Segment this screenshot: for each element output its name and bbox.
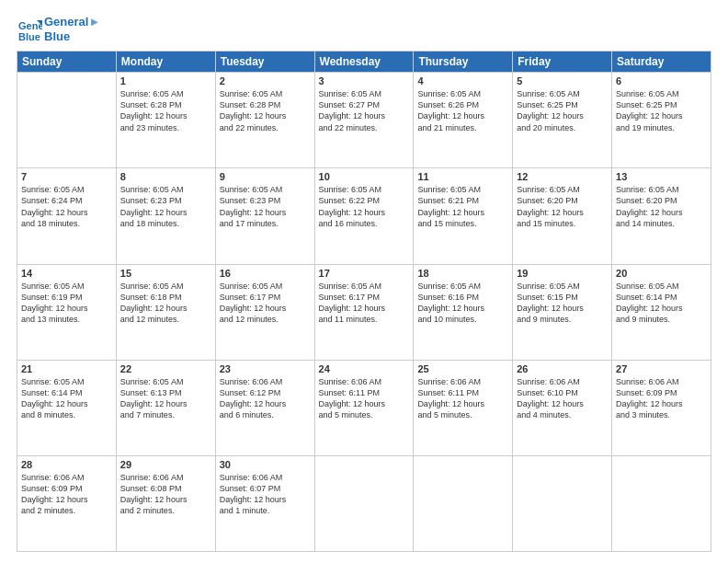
day-number: 26 [517, 363, 608, 374]
day-number: 13 [616, 171, 707, 182]
day-number: 1 [120, 75, 211, 86]
day-number: 7 [21, 171, 112, 182]
weekday-header-monday: Monday [116, 52, 215, 73]
day-info: Sunrise: 6:06 AM Sunset: 6:08 PM Dayligh… [120, 472, 211, 517]
calendar-cell: 16Sunrise: 6:05 AM Sunset: 6:17 PM Dayli… [215, 264, 314, 360]
calendar-week-row-5: 28Sunrise: 6:06 AM Sunset: 6:09 PM Dayli… [17, 455, 711, 551]
calendar-cell: 12Sunrise: 6:05 AM Sunset: 6:20 PM Dayli… [513, 168, 612, 264]
day-number: 30 [220, 459, 311, 470]
day-number: 5 [517, 75, 608, 86]
calendar-cell: 21Sunrise: 6:05 AM Sunset: 6:14 PM Dayli… [17, 360, 117, 455]
day-info: Sunrise: 6:05 AM Sunset: 6:27 PM Dayligh… [319, 88, 410, 133]
weekday-header-row: SundayMondayTuesdayWednesdayThursdayFrid… [17, 52, 711, 73]
day-number: 10 [319, 171, 410, 182]
day-number: 16 [220, 268, 311, 279]
day-number: 8 [120, 171, 211, 182]
weekday-header-tuesday: Tuesday [215, 52, 314, 73]
day-info: Sunrise: 6:05 AM Sunset: 6:25 PM Dayligh… [517, 88, 608, 133]
day-number: 19 [517, 268, 608, 279]
day-info: Sunrise: 6:05 AM Sunset: 6:18 PM Dayligh… [120, 281, 211, 326]
calendar-cell: 26Sunrise: 6:06 AM Sunset: 6:10 PM Dayli… [513, 360, 612, 455]
header: General Blue General►Blue [17, 15, 711, 43]
day-info: Sunrise: 6:05 AM Sunset: 6:23 PM Dayligh… [220, 184, 311, 229]
calendar-cell: 27Sunrise: 6:06 AM Sunset: 6:09 PM Dayli… [612, 360, 711, 455]
day-info: Sunrise: 6:05 AM Sunset: 6:24 PM Dayligh… [21, 184, 112, 229]
calendar-cell: 4Sunrise: 6:05 AM Sunset: 6:26 PM Daylig… [414, 73, 513, 168]
weekday-header-saturday: Saturday [612, 52, 711, 73]
day-number: 18 [417, 268, 508, 279]
day-number: 15 [120, 268, 211, 279]
calendar-cell: 24Sunrise: 6:06 AM Sunset: 6:11 PM Dayli… [314, 360, 414, 455]
day-info: Sunrise: 6:05 AM Sunset: 6:16 PM Dayligh… [417, 281, 508, 326]
day-info: Sunrise: 6:05 AM Sunset: 6:23 PM Dayligh… [120, 184, 211, 229]
day-info: Sunrise: 6:06 AM Sunset: 6:09 PM Dayligh… [21, 472, 112, 517]
calendar-cell: 18Sunrise: 6:05 AM Sunset: 6:16 PM Dayli… [414, 264, 513, 360]
calendar-cell: 30Sunrise: 6:06 AM Sunset: 6:07 PM Dayli… [215, 455, 314, 551]
day-info: Sunrise: 6:05 AM Sunset: 6:25 PM Dayligh… [616, 88, 707, 133]
calendar-cell [612, 455, 711, 551]
day-number: 3 [319, 75, 410, 86]
calendar-cell: 15Sunrise: 6:05 AM Sunset: 6:18 PM Dayli… [116, 264, 215, 360]
calendar-cell: 20Sunrise: 6:05 AM Sunset: 6:14 PM Dayli… [612, 264, 711, 360]
day-info: Sunrise: 6:05 AM Sunset: 6:14 PM Dayligh… [21, 376, 112, 421]
logo-text: General►Blue [44, 15, 100, 43]
calendar-cell: 6Sunrise: 6:05 AM Sunset: 6:25 PM Daylig… [612, 73, 711, 168]
calendar-cell: 17Sunrise: 6:05 AM Sunset: 6:17 PM Dayli… [314, 264, 414, 360]
day-info: Sunrise: 6:05 AM Sunset: 6:22 PM Dayligh… [319, 184, 410, 229]
page: General Blue General►Blue SundayMondayTu… [0, 0, 728, 563]
day-number: 17 [319, 268, 410, 279]
day-info: Sunrise: 6:05 AM Sunset: 6:13 PM Dayligh… [120, 376, 211, 421]
day-number: 22 [120, 363, 211, 374]
day-info: Sunrise: 6:06 AM Sunset: 6:07 PM Dayligh… [220, 472, 311, 517]
day-number: 9 [220, 171, 311, 182]
calendar-cell: 29Sunrise: 6:06 AM Sunset: 6:08 PM Dayli… [116, 455, 215, 551]
day-number: 6 [616, 75, 707, 86]
day-info: Sunrise: 6:06 AM Sunset: 6:11 PM Dayligh… [319, 376, 410, 421]
calendar-cell: 3Sunrise: 6:05 AM Sunset: 6:27 PM Daylig… [314, 73, 414, 168]
calendar-cell: 8Sunrise: 6:05 AM Sunset: 6:23 PM Daylig… [116, 168, 215, 264]
day-number: 21 [21, 363, 112, 374]
day-info: Sunrise: 6:06 AM Sunset: 6:10 PM Dayligh… [517, 376, 608, 421]
day-number: 29 [120, 459, 211, 470]
day-number: 14 [21, 268, 112, 279]
day-info: Sunrise: 6:05 AM Sunset: 6:17 PM Dayligh… [220, 281, 311, 326]
day-number: 27 [616, 363, 707, 374]
day-number: 12 [517, 171, 608, 182]
day-info: Sunrise: 6:05 AM Sunset: 6:17 PM Dayligh… [319, 281, 410, 326]
calendar-cell: 10Sunrise: 6:05 AM Sunset: 6:22 PM Dayli… [314, 168, 414, 264]
calendar-cell: 1Sunrise: 6:05 AM Sunset: 6:28 PM Daylig… [116, 73, 215, 168]
day-info: Sunrise: 6:05 AM Sunset: 6:28 PM Dayligh… [220, 88, 311, 133]
day-number: 2 [220, 75, 311, 86]
weekday-header-wednesday: Wednesday [314, 52, 414, 73]
weekday-header-friday: Friday [513, 52, 612, 73]
calendar-cell: 28Sunrise: 6:06 AM Sunset: 6:09 PM Dayli… [17, 455, 117, 551]
day-number: 25 [417, 363, 508, 374]
day-info: Sunrise: 6:05 AM Sunset: 6:14 PM Dayligh… [616, 281, 707, 326]
day-info: Sunrise: 6:06 AM Sunset: 6:11 PM Dayligh… [417, 376, 508, 421]
calendar-week-row-2: 7Sunrise: 6:05 AM Sunset: 6:24 PM Daylig… [17, 168, 711, 264]
calendar-cell: 5Sunrise: 6:05 AM Sunset: 6:25 PM Daylig… [513, 73, 612, 168]
calendar-week-row-4: 21Sunrise: 6:05 AM Sunset: 6:14 PM Dayli… [17, 360, 711, 455]
day-number: 28 [21, 459, 112, 470]
calendar-cell [513, 455, 612, 551]
day-number: 4 [417, 75, 508, 86]
day-number: 23 [220, 363, 311, 374]
logo: General Blue General►Blue [17, 15, 100, 43]
calendar-cell [414, 455, 513, 551]
day-info: Sunrise: 6:06 AM Sunset: 6:12 PM Dayligh… [220, 376, 311, 421]
day-info: Sunrise: 6:06 AM Sunset: 6:09 PM Dayligh… [616, 376, 707, 421]
calendar-cell: 2Sunrise: 6:05 AM Sunset: 6:28 PM Daylig… [215, 73, 314, 168]
svg-text:Blue: Blue [18, 31, 40, 42]
day-info: Sunrise: 6:05 AM Sunset: 6:19 PM Dayligh… [21, 281, 112, 326]
calendar-cell: 13Sunrise: 6:05 AM Sunset: 6:20 PM Dayli… [612, 168, 711, 264]
calendar-table: SundayMondayTuesdayWednesdayThursdayFrid… [17, 51, 711, 552]
calendar-cell [314, 455, 414, 551]
logo-icon: General Blue [17, 17, 42, 42]
day-info: Sunrise: 6:05 AM Sunset: 6:20 PM Dayligh… [616, 184, 707, 229]
weekday-header-thursday: Thursday [414, 52, 513, 73]
calendar-cell: 23Sunrise: 6:06 AM Sunset: 6:12 PM Dayli… [215, 360, 314, 455]
calendar-week-row-3: 14Sunrise: 6:05 AM Sunset: 6:19 PM Dayli… [17, 264, 711, 360]
calendar-week-row-1: 1Sunrise: 6:05 AM Sunset: 6:28 PM Daylig… [17, 73, 711, 168]
day-info: Sunrise: 6:05 AM Sunset: 6:15 PM Dayligh… [517, 281, 608, 326]
calendar-cell: 22Sunrise: 6:05 AM Sunset: 6:13 PM Dayli… [116, 360, 215, 455]
